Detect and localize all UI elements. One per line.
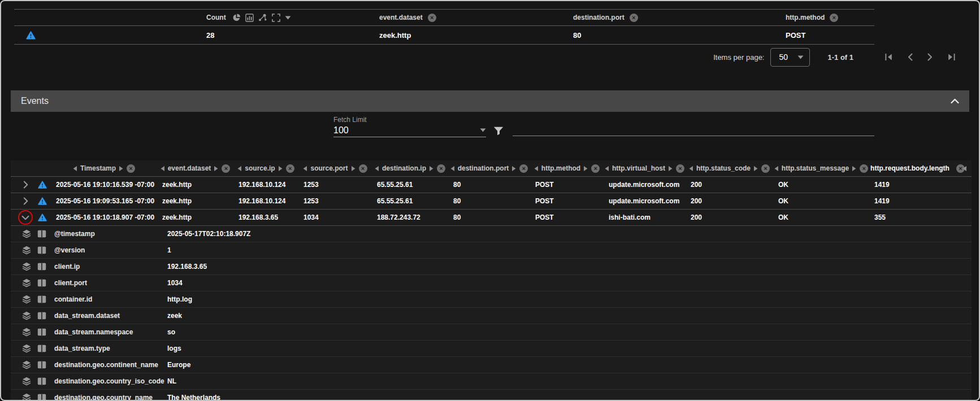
remove-column-icon[interactable]	[591, 164, 600, 173]
move-column-left-icon[interactable]	[605, 166, 609, 171]
remove-column-icon[interactable]	[761, 164, 770, 173]
event-row-expanded[interactable]: 2025-05-16 19:10:18.907 -07:00 zeek.http…	[11, 210, 972, 226]
detail-row: destination.geo.continent_name Europe	[11, 357, 972, 373]
remove-column-icon[interactable]	[428, 14, 436, 22]
column-header-destination-port[interactable]: destination.port	[448, 164, 530, 173]
page-size-select[interactable]: 50	[770, 48, 810, 67]
move-column-right-icon[interactable]	[754, 166, 758, 171]
toggle-column-icon[interactable]	[37, 295, 46, 303]
column-header-event-dataset[interactable]: event.dataset	[157, 164, 233, 173]
warning-triangle-icon[interactable]	[26, 31, 36, 40]
last-page-icon[interactable]	[947, 53, 956, 62]
remove-column-icon[interactable]	[830, 14, 838, 22]
pivot-column-header[interactable]: http.method	[786, 14, 874, 22]
pivot-column-header[interactable]: event.dataset	[379, 14, 573, 22]
move-column-right-icon[interactable]	[352, 166, 355, 171]
toggle-column-icon[interactable]	[37, 394, 46, 401]
toggle-column-icon[interactable]	[37, 312, 46, 320]
layers-icon[interactable]	[22, 344, 31, 353]
group-by-result-row[interactable]: 28 zeek.http 80 POST	[14, 26, 874, 45]
destination-port-value: 80	[573, 31, 581, 40]
toggle-column-icon[interactable]	[37, 345, 46, 352]
move-column-right-icon[interactable]	[669, 166, 673, 171]
toggle-column-icon[interactable]	[37, 246, 46, 254]
column-header-http-request-body-length[interactable]: http.request.body.length	[869, 164, 962, 173]
column-header-destination-ip[interactable]: destination.ip	[372, 164, 448, 173]
column-header-http-status-message[interactable]: http.status_message	[773, 164, 869, 173]
move-column-left-icon[interactable]	[962, 166, 966, 171]
move-column-right-icon[interactable]	[119, 166, 123, 171]
filter-funnel-icon[interactable]	[493, 127, 504, 136]
move-column-right-icon[interactable]	[430, 166, 433, 171]
move-column-right-icon[interactable]	[279, 166, 283, 171]
warning-triangle-icon[interactable]	[38, 181, 47, 189]
remove-column-icon[interactable]	[222, 164, 230, 173]
toggle-column-icon[interactable]	[37, 377, 46, 385]
event-row[interactable]: 2025-05-16 19:09:53.165 -07:00 zeek.http…	[11, 193, 972, 210]
move-column-left-icon[interactable]	[689, 166, 693, 171]
expand-row-icon[interactable]	[19, 178, 32, 191]
layers-icon[interactable]	[22, 328, 31, 337]
remove-column-icon[interactable]	[630, 14, 638, 22]
remove-column-icon[interactable]	[519, 164, 528, 173]
pie-chart-icon[interactable]	[232, 14, 241, 22]
move-column-left-icon[interactable]	[303, 166, 307, 171]
collapse-row-icon[interactable]	[19, 211, 32, 224]
remove-column-icon[interactable]	[127, 164, 135, 173]
event-row[interactable]: 2025-05-16 19:10:16.539 -07:00 zeek.http…	[11, 177, 972, 193]
warning-triangle-icon[interactable]	[38, 213, 47, 221]
move-column-left-icon[interactable]	[774, 166, 778, 171]
layers-icon[interactable]	[22, 360, 31, 369]
move-column-left-icon[interactable]	[450, 166, 454, 171]
remove-column-icon[interactable]	[860, 164, 868, 173]
fetch-limit-select[interactable]: Fetch Limit 100	[333, 116, 486, 137]
caret-down-icon[interactable]	[285, 16, 291, 20]
toggle-column-icon[interactable]	[37, 328, 46, 336]
layers-icon[interactable]	[22, 295, 31, 304]
detail-key: @timestamp	[54, 230, 167, 238]
column-header-http-method[interactable]: http.method	[530, 164, 604, 173]
column-header-http-status-code[interactable]: http.status_code	[686, 164, 773, 173]
layers-icon[interactable]	[22, 229, 31, 238]
layers-icon[interactable]	[22, 311, 31, 320]
maximize-icon[interactable]	[272, 14, 280, 22]
layers-icon[interactable]	[22, 278, 31, 287]
bar-chart-icon[interactable]	[245, 14, 254, 22]
previous-page-icon[interactable]	[906, 53, 914, 62]
expand-row-icon[interactable]	[19, 194, 32, 208]
move-column-right-icon[interactable]	[852, 166, 856, 171]
move-column-left-icon[interactable]	[161, 166, 164, 171]
layers-icon[interactable]	[22, 377, 31, 386]
remove-column-icon[interactable]	[286, 164, 294, 173]
move-column-right-icon[interactable]	[214, 166, 218, 171]
column-header-http-virtual-host[interactable]: http.virtual_host	[604, 164, 686, 173]
remove-column-icon[interactable]	[359, 164, 367, 173]
column-header-timestamp[interactable]: Timestamp	[51, 164, 157, 173]
filter-input[interactable]	[513, 124, 874, 136]
pivot-column-header[interactable]: destination.port	[573, 14, 786, 22]
toggle-column-icon[interactable]	[37, 263, 46, 271]
first-page-icon[interactable]	[884, 53, 894, 62]
column-header-partial[interactable]	[962, 166, 972, 171]
remove-column-icon[interactable]	[676, 164, 684, 173]
remove-column-icon[interactable]	[437, 164, 445, 173]
layers-icon[interactable]	[22, 262, 31, 271]
layers-icon[interactable]	[22, 393, 31, 401]
move-column-left-icon[interactable]	[534, 166, 538, 171]
events-section-header[interactable]: Events	[11, 90, 969, 112]
collapse-section-icon[interactable]	[951, 98, 959, 104]
move-column-left-icon[interactable]	[237, 166, 241, 171]
move-column-left-icon[interactable]	[375, 166, 379, 171]
column-header-source-ip[interactable]: source.ip	[233, 164, 298, 173]
graph-icon[interactable]	[258, 14, 267, 22]
move-column-right-icon[interactable]	[584, 166, 588, 171]
column-header-source-port[interactable]: source.port	[298, 164, 372, 173]
toggle-column-icon[interactable]	[37, 230, 46, 238]
move-column-right-icon[interactable]	[512, 166, 516, 171]
move-column-left-icon[interactable]	[73, 166, 77, 171]
layers-icon[interactable]	[22, 246, 31, 255]
next-page-icon[interactable]	[926, 53, 934, 62]
toggle-column-icon[interactable]	[37, 361, 46, 369]
toggle-column-icon[interactable]	[37, 279, 46, 287]
warning-triangle-icon[interactable]	[38, 197, 47, 205]
